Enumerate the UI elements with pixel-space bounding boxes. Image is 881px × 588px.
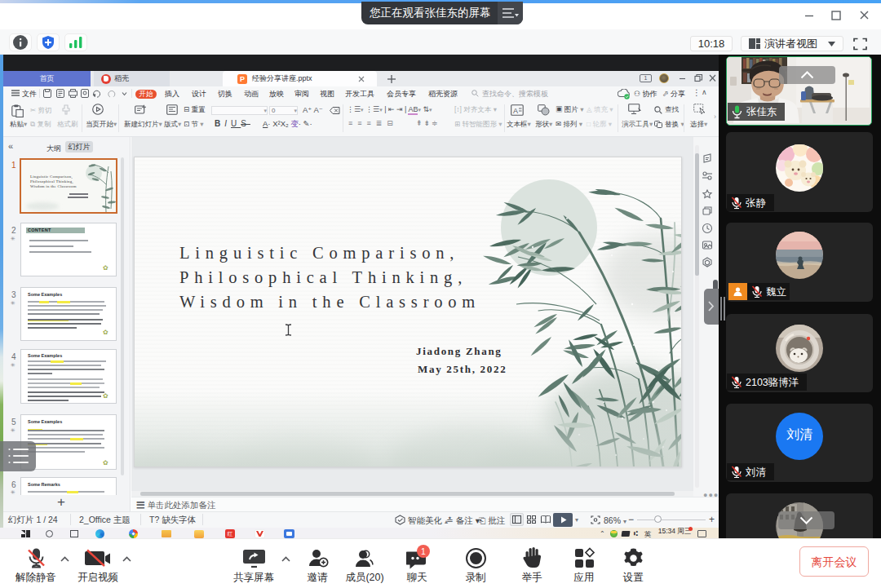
svg-text:A: A [513, 107, 518, 115]
